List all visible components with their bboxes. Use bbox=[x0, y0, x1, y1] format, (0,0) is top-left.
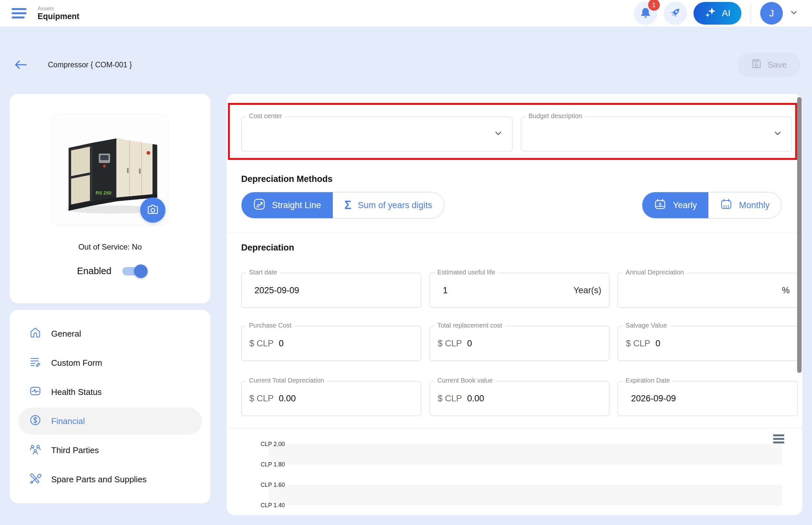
ai-button-label: AI bbox=[722, 8, 730, 18]
method-toggle-group: Straight Line Σ Sum of years digits bbox=[241, 192, 444, 219]
notifications-button[interactable]: 1 bbox=[634, 2, 657, 25]
sidebar-item-financial[interactable]: Financial bbox=[18, 407, 202, 435]
sparkles-icon bbox=[705, 6, 717, 21]
cost-center-label: Cost center bbox=[246, 112, 285, 120]
y-axis-label: CLP 1.60 bbox=[261, 482, 285, 489]
form-icon bbox=[29, 356, 42, 370]
sidebar-item-label: Financial bbox=[51, 416, 85, 426]
chevron-down-icon[interactable] bbox=[773, 129, 783, 139]
financial-panel: Cost center Budget description Depreciat… bbox=[227, 94, 802, 515]
back-button[interactable] bbox=[12, 56, 30, 74]
field-value: 0.00 bbox=[467, 394, 484, 404]
field-prefix: $ CLP bbox=[249, 394, 274, 404]
home-icon bbox=[29, 327, 42, 341]
save-button[interactable]: Save bbox=[737, 53, 800, 77]
tools-icon bbox=[29, 472, 42, 487]
chevron-down-icon[interactable] bbox=[493, 129, 503, 139]
field-value: 0 bbox=[655, 339, 660, 349]
ai-assistant-button[interactable]: AI bbox=[694, 2, 741, 25]
sidebar-item-general[interactable]: General bbox=[18, 320, 202, 347]
app-bar: Assets Equipment 1 AI J bbox=[0, 0, 812, 27]
current-depreciation-field[interactable]: Current Total Depreciation $ CLP0.00 bbox=[241, 381, 421, 416]
menu-icon[interactable] bbox=[10, 6, 28, 20]
field-prefix: $ CLP bbox=[626, 339, 650, 349]
chart-menu-icon[interactable] bbox=[772, 433, 785, 445]
period-monthly-button[interactable]: Monthly bbox=[708, 192, 781, 218]
field-label: Current Total Depreciation bbox=[246, 377, 327, 384]
start-date-field[interactable]: Start date 2025-09-09 bbox=[241, 273, 421, 308]
sidebar-item-health-status[interactable]: Health Status bbox=[18, 378, 202, 406]
method-option-label: Straight Line bbox=[272, 200, 321, 210]
field-value: 0 bbox=[467, 339, 472, 349]
people-icon bbox=[29, 443, 42, 458]
field-value: 0.00 bbox=[279, 394, 296, 404]
trend-chart-icon bbox=[253, 198, 265, 213]
sidebar-item-label: Health Status bbox=[51, 387, 102, 397]
field-value: 0 bbox=[279, 339, 284, 349]
save-button-label: Save bbox=[768, 60, 787, 70]
depreciation-title: Depreciation bbox=[241, 243, 798, 253]
expiration-date-field[interactable]: Expiration Date 2026-09-09 bbox=[618, 381, 798, 416]
page-module-title: Equipment bbox=[38, 12, 79, 21]
sigma-icon: Σ bbox=[344, 199, 352, 211]
sidebar-item-spare-parts[interactable]: Spare Parts and Supplies bbox=[18, 466, 202, 493]
camera-icon bbox=[146, 203, 159, 217]
replacement-cost-field[interactable]: Total replacement cost $ CLP0 bbox=[430, 326, 610, 361]
asset-summary-card: RS 250 Out of Service: No Enabled bbox=[10, 94, 210, 303]
field-label: Salvage Value bbox=[623, 322, 670, 329]
module-title: Assets bbox=[38, 5, 79, 12]
field-suffix: Year(s) bbox=[573, 285, 601, 296]
sidebar-item-label: Third Parties bbox=[51, 445, 99, 455]
header-divider bbox=[751, 3, 751, 23]
budget-description-label: Budget description bbox=[526, 112, 585, 120]
health-icon bbox=[29, 385, 42, 400]
change-photo-button[interactable] bbox=[140, 197, 165, 223]
asset-section-nav: General Custom Form Health Status Financ… bbox=[10, 310, 210, 503]
field-prefix: $ CLP bbox=[438, 339, 462, 349]
y-axis-label: CLP 1.80 bbox=[261, 461, 285, 468]
save-icon bbox=[751, 58, 762, 72]
user-avatar[interactable]: J bbox=[760, 2, 783, 25]
cost-center-select[interactable]: Cost center bbox=[241, 117, 513, 151]
svg-text:RS 250: RS 250 bbox=[95, 190, 112, 195]
whats-new-button[interactable] bbox=[664, 2, 687, 25]
salvage-value-field[interactable]: Salvage Value $ CLP0 bbox=[618, 326, 798, 361]
annual-depreciation-field[interactable]: Annual Depreciation % bbox=[618, 273, 798, 308]
useful-life-field[interactable]: Estimated useful life 1 Year(s) bbox=[430, 273, 610, 308]
enabled-toggle[interactable] bbox=[122, 267, 143, 275]
sidebar-item-label: General bbox=[51, 329, 81, 339]
period-toggle-group: 8 Yearly Monthly bbox=[642, 192, 782, 219]
notification-badge: 1 bbox=[648, 0, 660, 11]
sidebar-item-custom-form[interactable]: Custom Form bbox=[18, 349, 202, 376]
field-suffix: % bbox=[782, 285, 789, 296]
chart-grid-bands bbox=[269, 444, 782, 515]
method-sum-of-years-button[interactable]: Σ Sum of years digits bbox=[333, 192, 444, 218]
section-divider bbox=[227, 233, 802, 233]
page-title: Compressor { COM-001 } bbox=[48, 61, 132, 69]
calendar-year-icon: 8 bbox=[654, 198, 666, 213]
field-prefix: $ CLP bbox=[249, 339, 274, 349]
scrollbar-thumb[interactable] bbox=[797, 97, 802, 373]
chevron-down-icon[interactable] bbox=[789, 8, 798, 18]
sidebar-item-label: Custom Form bbox=[51, 358, 102, 368]
svg-text:8: 8 bbox=[659, 202, 662, 206]
method-option-label: Sum of years digits bbox=[358, 200, 432, 210]
current-book-value-field[interactable]: Current Book value $ CLP0.00 bbox=[430, 381, 610, 416]
method-straight-line-button[interactable]: Straight Line bbox=[241, 192, 333, 218]
field-label: Current Book value bbox=[434, 377, 496, 384]
app-breadcrumb: Assets Equipment bbox=[38, 5, 79, 21]
field-value: 1 bbox=[443, 285, 448, 296]
field-label: Estimated useful life bbox=[434, 269, 498, 276]
page-toolbar: Compressor { COM-001 } Save bbox=[12, 52, 800, 77]
field-label: Purchase Cost bbox=[246, 322, 294, 329]
budget-description-select[interactable]: Budget description bbox=[521, 117, 792, 151]
y-axis-label: CLP 1.40 bbox=[261, 502, 285, 509]
purchase-cost-field[interactable]: Purchase Cost $ CLP0 bbox=[241, 326, 421, 361]
period-yearly-button[interactable]: 8 Yearly bbox=[643, 192, 708, 218]
field-label: Expiration Date bbox=[623, 377, 673, 384]
rocket-icon bbox=[668, 6, 682, 21]
sidebar-item-third-parties[interactable]: Third Parties bbox=[18, 437, 202, 464]
dollar-icon bbox=[29, 414, 42, 429]
period-option-label: Monthly bbox=[739, 200, 770, 210]
sidebar-item-label: Spare Parts and Supplies bbox=[51, 475, 147, 484]
